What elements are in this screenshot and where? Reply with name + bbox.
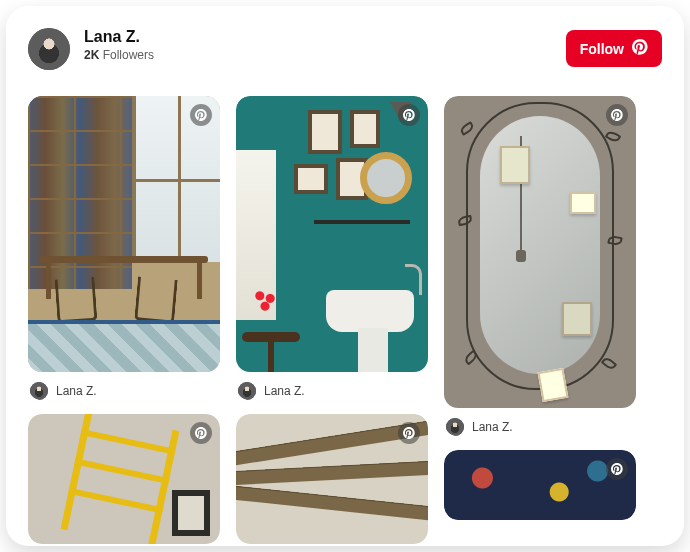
profile-text: Lana Z. 2K Followers xyxy=(84,28,154,62)
pin-author: Lana Z. xyxy=(472,420,513,434)
follower-label: Followers xyxy=(103,48,154,62)
header: Lana Z. 2K Followers Follow xyxy=(28,28,662,70)
pinterest-icon[interactable] xyxy=(606,458,628,480)
follow-button-label: Follow xyxy=(580,41,624,57)
pin-attribution[interactable]: Lana Z. xyxy=(444,408,636,436)
pin-grid: Lana Z. Lana Z. xyxy=(28,96,662,546)
pin[interactable] xyxy=(236,414,428,544)
pin[interactable] xyxy=(444,450,636,520)
avatar[interactable] xyxy=(28,28,70,70)
pin-attribution[interactable]: Lana Z. xyxy=(236,372,428,400)
profile-card: Lana Z. 2K Followers Follow xyxy=(6,6,684,546)
pin[interactable]: Lana Z. xyxy=(236,96,428,400)
avatar xyxy=(446,418,464,436)
profile-block: Lana Z. 2K Followers xyxy=(28,28,154,70)
pin-author: Lana Z. xyxy=(264,384,305,398)
profile-name[interactable]: Lana Z. xyxy=(84,28,154,46)
pinterest-icon[interactable] xyxy=(190,104,212,126)
pinterest-icon[interactable] xyxy=(398,104,420,126)
pin[interactable]: Lana Z. xyxy=(444,96,636,436)
follower-count: 2K xyxy=(84,48,99,62)
follower-line: 2K Followers xyxy=(84,48,154,62)
avatar xyxy=(30,382,48,400)
pinterest-icon xyxy=(632,39,648,58)
pin-attribution[interactable]: Lana Z. xyxy=(28,372,220,400)
pin[interactable]: Lana Z. xyxy=(28,96,220,400)
pinterest-icon[interactable] xyxy=(398,422,420,444)
pinterest-icon[interactable] xyxy=(606,104,628,126)
pin[interactable] xyxy=(28,414,220,544)
avatar xyxy=(238,382,256,400)
follow-button[interactable]: Follow xyxy=(566,30,662,67)
pin-author: Lana Z. xyxy=(56,384,97,398)
pinterest-icon[interactable] xyxy=(190,422,212,444)
